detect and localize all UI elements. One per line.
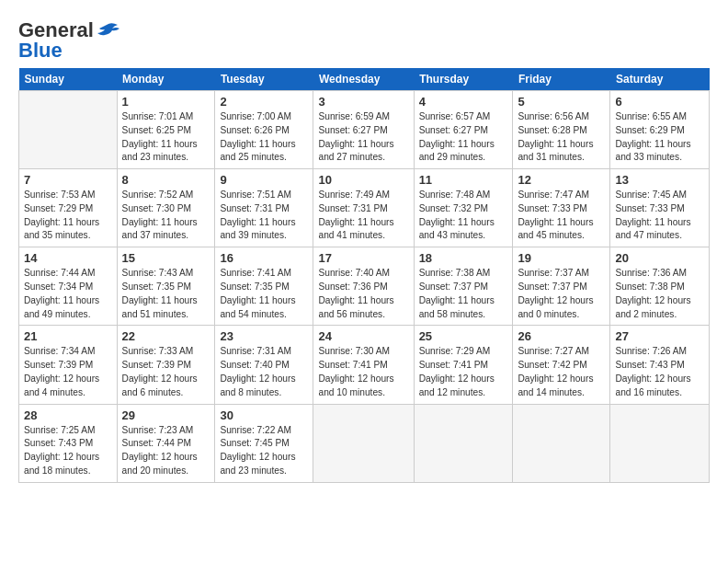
calendar-cell: 5Sunrise: 6:56 AM Sunset: 6:28 PM Daylig… xyxy=(513,91,610,169)
day-info: Sunrise: 6:59 AM Sunset: 6:27 PM Dayligh… xyxy=(318,110,408,165)
day-info: Sunrise: 7:51 AM Sunset: 7:31 PM Dayligh… xyxy=(220,189,308,243)
day-number: 3 xyxy=(318,95,408,109)
day-info: Sunrise: 7:37 AM Sunset: 7:37 PM Dayligh… xyxy=(518,267,605,321)
day-number: 22 xyxy=(122,329,210,343)
day-info: Sunrise: 7:38 AM Sunset: 7:37 PM Dayligh… xyxy=(419,267,508,321)
page-header: General Blue xyxy=(18,17,710,61)
day-info: Sunrise: 7:41 AM Sunset: 7:35 PM Dayligh… xyxy=(220,267,308,321)
calendar-cell: 17Sunrise: 7:40 AM Sunset: 7:36 PM Dayli… xyxy=(313,247,414,326)
day-number: 15 xyxy=(122,251,210,265)
header-thursday: Thursday xyxy=(414,68,513,91)
day-info: Sunrise: 7:52 AM Sunset: 7:30 PM Dayligh… xyxy=(122,189,210,243)
day-number: 30 xyxy=(220,408,308,422)
day-info: Sunrise: 7:43 AM Sunset: 7:35 PM Dayligh… xyxy=(122,267,210,321)
header-tuesday: Tuesday xyxy=(215,68,313,91)
calendar-week-row: 21Sunrise: 7:34 AM Sunset: 7:39 PM Dayli… xyxy=(19,326,710,404)
day-info: Sunrise: 7:01 AM Sunset: 6:25 PM Dayligh… xyxy=(122,110,210,165)
header-sunday: Sunday xyxy=(19,68,118,91)
header-wednesday: Wednesday xyxy=(313,68,414,91)
calendar-cell xyxy=(313,404,414,482)
logo: General Blue xyxy=(18,20,121,61)
calendar-cell: 18Sunrise: 7:38 AM Sunset: 7:37 PM Dayli… xyxy=(414,247,513,326)
logo-text: General Blue xyxy=(18,20,94,61)
day-number: 11 xyxy=(419,173,508,187)
calendar-cell: 16Sunrise: 7:41 AM Sunset: 7:35 PM Dayli… xyxy=(215,247,313,326)
calendar-week-row: 28Sunrise: 7:25 AM Sunset: 7:43 PM Dayli… xyxy=(19,404,710,482)
calendar-cell: 15Sunrise: 7:43 AM Sunset: 7:35 PM Dayli… xyxy=(117,247,215,326)
calendar-cell xyxy=(513,404,610,482)
day-number: 29 xyxy=(122,408,210,422)
calendar-cell: 1Sunrise: 7:01 AM Sunset: 6:25 PM Daylig… xyxy=(117,91,215,169)
day-info: Sunrise: 7:48 AM Sunset: 7:32 PM Dayligh… xyxy=(419,189,508,243)
header-friday: Friday xyxy=(513,68,610,91)
calendar-cell: 27Sunrise: 7:26 AM Sunset: 7:43 PM Dayli… xyxy=(610,326,710,404)
day-number: 1 xyxy=(122,95,210,109)
day-number: 13 xyxy=(615,173,704,187)
calendar-cell: 8Sunrise: 7:52 AM Sunset: 7:30 PM Daylig… xyxy=(117,169,215,247)
header-monday: Monday xyxy=(117,68,215,91)
day-info: Sunrise: 7:23 AM Sunset: 7:44 PM Dayligh… xyxy=(122,424,210,478)
day-number: 4 xyxy=(419,95,508,109)
calendar-cell: 24Sunrise: 7:30 AM Sunset: 7:41 PM Dayli… xyxy=(313,326,414,404)
day-info: Sunrise: 7:31 AM Sunset: 7:40 PM Dayligh… xyxy=(220,345,308,399)
day-number: 2 xyxy=(220,95,308,109)
day-info: Sunrise: 6:56 AM Sunset: 6:28 PM Dayligh… xyxy=(518,110,605,165)
calendar-cell: 28Sunrise: 7:25 AM Sunset: 7:43 PM Dayli… xyxy=(19,404,118,482)
day-info: Sunrise: 7:49 AM Sunset: 7:31 PM Dayligh… xyxy=(318,189,408,243)
calendar-cell: 9Sunrise: 7:51 AM Sunset: 7:31 PM Daylig… xyxy=(215,169,313,247)
day-number: 20 xyxy=(615,251,704,265)
day-number: 25 xyxy=(419,329,508,343)
header-saturday: Saturday xyxy=(610,68,710,91)
day-number: 6 xyxy=(615,95,704,109)
calendar-cell: 7Sunrise: 7:53 AM Sunset: 7:29 PM Daylig… xyxy=(19,169,118,247)
calendar-cell: 23Sunrise: 7:31 AM Sunset: 7:40 PM Dayli… xyxy=(215,326,313,404)
day-info: Sunrise: 7:26 AM Sunset: 7:43 PM Dayligh… xyxy=(615,345,704,399)
calendar-cell: 11Sunrise: 7:48 AM Sunset: 7:32 PM Dayli… xyxy=(414,169,513,247)
day-number: 21 xyxy=(24,329,112,343)
day-info: Sunrise: 7:25 AM Sunset: 7:43 PM Dayligh… xyxy=(24,424,112,478)
day-number: 7 xyxy=(24,173,112,187)
day-number: 8 xyxy=(122,173,210,187)
day-info: Sunrise: 7:27 AM Sunset: 7:42 PM Dayligh… xyxy=(518,345,605,399)
calendar-cell: 10Sunrise: 7:49 AM Sunset: 7:31 PM Dayli… xyxy=(313,169,414,247)
day-info: Sunrise: 6:57 AM Sunset: 6:27 PM Dayligh… xyxy=(419,110,508,165)
day-number: 28 xyxy=(24,408,112,422)
day-number: 9 xyxy=(220,173,308,187)
day-number: 23 xyxy=(220,329,308,343)
day-number: 10 xyxy=(318,173,408,187)
day-number: 27 xyxy=(615,329,704,343)
day-number: 16 xyxy=(220,251,308,265)
calendar-cell: 29Sunrise: 7:23 AM Sunset: 7:44 PM Dayli… xyxy=(117,404,215,482)
day-info: Sunrise: 7:44 AM Sunset: 7:34 PM Dayligh… xyxy=(24,267,112,321)
day-number: 24 xyxy=(318,329,408,343)
day-info: Sunrise: 7:34 AM Sunset: 7:39 PM Dayligh… xyxy=(24,345,112,399)
calendar-cell xyxy=(414,404,513,482)
calendar-cell: 12Sunrise: 7:47 AM Sunset: 7:33 PM Dayli… xyxy=(513,169,610,247)
calendar-cell: 13Sunrise: 7:45 AM Sunset: 7:33 PM Dayli… xyxy=(610,169,710,247)
calendar-cell: 21Sunrise: 7:34 AM Sunset: 7:39 PM Dayli… xyxy=(19,326,118,404)
day-number: 18 xyxy=(419,251,508,265)
calendar-cell xyxy=(19,91,118,169)
calendar-cell: 30Sunrise: 7:22 AM Sunset: 7:45 PM Dayli… xyxy=(215,404,313,482)
day-number: 12 xyxy=(518,173,605,187)
calendar-week-row: 7Sunrise: 7:53 AM Sunset: 7:29 PM Daylig… xyxy=(19,169,710,247)
day-info: Sunrise: 7:47 AM Sunset: 7:33 PM Dayligh… xyxy=(518,189,605,243)
calendar-table: SundayMondayTuesdayWednesdayThursdayFrid… xyxy=(18,68,710,483)
calendar-cell xyxy=(610,404,710,482)
calendar-week-row: 14Sunrise: 7:44 AM Sunset: 7:34 PM Dayli… xyxy=(19,247,710,326)
day-number: 26 xyxy=(518,329,605,343)
day-info: Sunrise: 7:40 AM Sunset: 7:36 PM Dayligh… xyxy=(318,267,408,321)
day-info: Sunrise: 7:45 AM Sunset: 7:33 PM Dayligh… xyxy=(615,189,704,243)
day-number: 17 xyxy=(318,251,408,265)
day-info: Sunrise: 7:29 AM Sunset: 7:41 PM Dayligh… xyxy=(419,345,508,399)
day-info: Sunrise: 7:00 AM Sunset: 6:26 PM Dayligh… xyxy=(220,110,308,165)
calendar-cell: 20Sunrise: 7:36 AM Sunset: 7:38 PM Dayli… xyxy=(610,247,710,326)
day-number: 5 xyxy=(518,95,605,109)
calendar-cell: 6Sunrise: 6:55 AM Sunset: 6:29 PM Daylig… xyxy=(610,91,710,169)
day-info: Sunrise: 7:30 AM Sunset: 7:41 PM Dayligh… xyxy=(318,345,408,399)
calendar-cell: 19Sunrise: 7:37 AM Sunset: 7:37 PM Dayli… xyxy=(513,247,610,326)
day-info: Sunrise: 7:22 AM Sunset: 7:45 PM Dayligh… xyxy=(220,424,308,478)
calendar-cell: 2Sunrise: 7:00 AM Sunset: 6:26 PM Daylig… xyxy=(215,91,313,169)
day-number: 14 xyxy=(24,251,112,265)
day-info: Sunrise: 7:53 AM Sunset: 7:29 PM Dayligh… xyxy=(24,189,112,243)
